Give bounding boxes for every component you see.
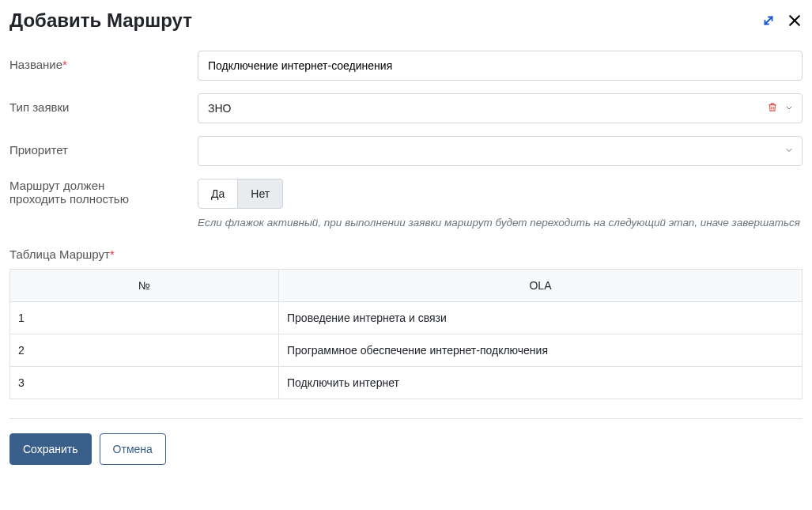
cell-ola: Программное обеспечение интернет-подключ… (279, 334, 803, 367)
save-button[interactable]: Сохранить (9, 433, 92, 465)
page-title: Добавить Маршрут (9, 9, 192, 32)
route-full-toggle: Да Нет (198, 179, 283, 209)
cell-no: 2 (10, 334, 279, 367)
chevron-down-icon (784, 102, 794, 115)
cancel-button[interactable]: Отмена (100, 433, 166, 465)
required-mark: * (62, 58, 67, 71)
header-actions (761, 13, 803, 28)
name-label: Название* (9, 51, 198, 71)
priority-label: Приоритет (9, 136, 198, 157)
col-ola: OLA (279, 270, 803, 302)
cell-no: 1 (10, 302, 279, 334)
col-no: № (10, 270, 279, 302)
footer-divider (9, 418, 803, 419)
table-header-row: № OLA (10, 270, 803, 302)
trash-icon[interactable] (767, 102, 778, 115)
footer-actions: Сохранить Отмена (9, 433, 803, 465)
chevron-down-icon (784, 145, 794, 157)
cell-ola: Проведение интернета и связи (279, 302, 803, 334)
request-type-select[interactable]: ЗНО (198, 93, 803, 123)
priority-select[interactable] (198, 136, 803, 166)
route-table-label: Таблица Маршрут* (9, 247, 803, 261)
row-request-type: Тип заявки ЗНО (9, 93, 803, 123)
route-full-label: Маршрут должен проходить полностью (9, 179, 198, 206)
toggle-no-button[interactable]: Нет (238, 179, 283, 209)
row-route-full: Маршрут должен проходить полностью Да Не… (9, 179, 803, 229)
route-table: № OLA 1 Проведение интернета и связи 2 П… (9, 269, 803, 399)
request-type-value: ЗНО (208, 102, 231, 115)
route-full-helper: Если флажок активный, при выполнении зая… (198, 217, 803, 229)
expand-icon[interactable] (761, 13, 776, 28)
table-row[interactable]: 2 Программное обеспечение интернет-подкл… (10, 334, 803, 367)
close-icon[interactable] (787, 13, 803, 28)
table-row[interactable]: 3 Подключить интернет (10, 367, 803, 399)
row-priority: Приоритет (9, 136, 803, 166)
required-mark: * (110, 247, 115, 261)
table-row[interactable]: 1 Проведение интернета и связи (10, 302, 803, 334)
cell-ola: Подключить интернет (279, 367, 803, 399)
modal-header: Добавить Маршрут (9, 9, 803, 32)
name-input[interactable] (198, 51, 803, 81)
request-type-label: Тип заявки (9, 93, 198, 114)
toggle-yes-button[interactable]: Да (198, 179, 238, 209)
row-name: Название* (9, 51, 803, 81)
cell-no: 3 (10, 367, 279, 399)
